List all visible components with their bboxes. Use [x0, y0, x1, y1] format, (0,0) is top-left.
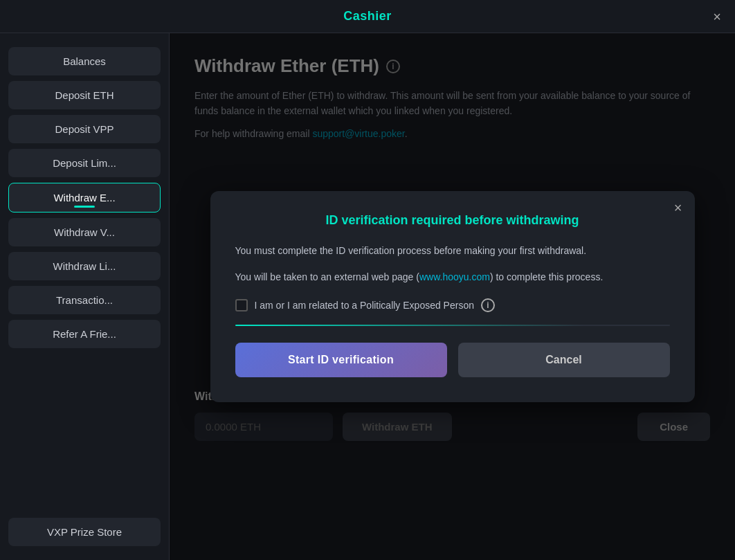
sidebar: Balances Deposit ETH Deposit VPP Deposit…: [0, 33, 170, 560]
id-verification-modal: × ID verification required before withdr…: [210, 191, 695, 402]
sidebar-item-withdraw-e[interactable]: Withdraw E...: [8, 183, 161, 213]
pep-checkbox[interactable]: [235, 299, 248, 311]
modal-close-button[interactable]: ×: [674, 201, 682, 215]
modal-title: ID verification required before withdraw…: [235, 213, 670, 228]
pep-label: I am or I am related to a Politically Ex…: [255, 300, 474, 311]
sidebar-item-vxp[interactable]: VXP Prize Store: [8, 518, 161, 546]
app-title: Cashier: [343, 9, 392, 24]
sidebar-item-refer[interactable]: Refer A Frie...: [8, 320, 161, 348]
app-close-button[interactable]: ×: [713, 10, 721, 24]
sidebar-item-withdraw-v[interactable]: Withdraw V...: [8, 218, 161, 246]
start-id-verification-button[interactable]: Start ID verification: [235, 343, 447, 377]
main-layout: Balances Deposit ETH Deposit VPP Deposit…: [0, 33, 735, 560]
content-area: Withdraw Ether (ETH) i Enter the amount …: [170, 33, 735, 560]
sidebar-item-withdraw-li[interactable]: Withdraw Li...: [8, 252, 161, 280]
sidebar-item-deposit-lim[interactable]: Deposit Lim...: [8, 149, 161, 177]
modal-divider: [235, 325, 670, 326]
hooyu-link[interactable]: www.hooyu.com: [419, 271, 490, 282]
modal-cancel-button[interactable]: Cancel: [458, 343, 670, 377]
modal-buttons: Start ID verification Cancel: [235, 343, 670, 377]
top-bar: Cashier ×: [0, 0, 735, 33]
modal-body-2: You will be taken to an external web pag…: [235, 269, 670, 286]
sidebar-item-balances[interactable]: Balances: [8, 47, 161, 75]
pep-info-icon[interactable]: i: [481, 298, 495, 312]
modal-body-1: You must complete the ID verification pr…: [235, 243, 670, 260]
sidebar-item-deposit-eth[interactable]: Deposit ETH: [8, 81, 161, 109]
sidebar-item-transactions[interactable]: Transactio...: [8, 286, 161, 314]
sidebar-item-deposit-vpp[interactable]: Deposit VPP: [8, 115, 161, 143]
modal-overlay: × ID verification required before withdr…: [170, 33, 735, 560]
pep-checkbox-row: I am or I am related to a Politically Ex…: [235, 298, 670, 312]
